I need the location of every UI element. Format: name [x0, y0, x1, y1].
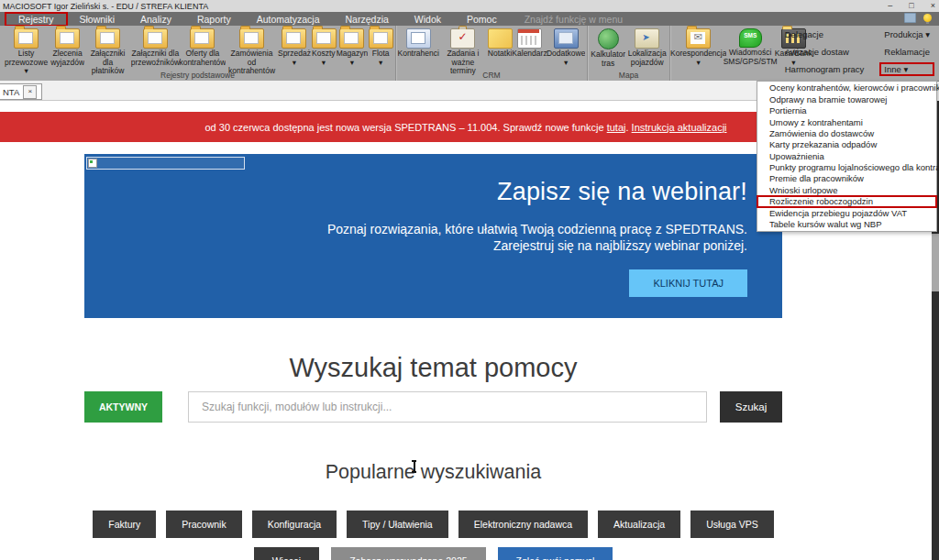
menu-item[interactable]: Rejestry [6, 13, 67, 26]
ribbon-item-label: Koszty ▾ [312, 49, 336, 67]
ribbon-item-label: Kalendarz [512, 49, 547, 59]
dropdown-menu-item[interactable]: Upoważnienia [757, 151, 936, 162]
popular-tag-button[interactable]: Usługa VPS [690, 511, 774, 538]
webinar-text-block: Zapisz się na webinar! Poznaj rozwiązani… [327, 178, 747, 297]
popular-extra-button[interactable]: Więcej [254, 547, 320, 560]
ribbon-item[interactable]: Kontrahenci [398, 27, 438, 59]
ribbon-item-label: Kontrahenci [397, 49, 438, 59]
ribbon-item[interactable]: Flota ▾ [368, 27, 393, 67]
ribbon-item[interactable]: Zamówienia od kontrahentów [226, 27, 278, 76]
ribbon-item[interactable]: Zadania i ważne terminy [438, 27, 487, 76]
popular-tag-button[interactable]: Konfiguracja [252, 511, 337, 538]
hint-bulb-icon[interactable] [923, 14, 932, 22]
dropdown-menu-item[interactable]: Tabele kursów walut wg NBP [757, 219, 936, 230]
ribbon-group-items: Listy przewozowe ▾ Zlecenia wyjazdów Zał… [0, 26, 395, 70]
calendar-icon [517, 28, 542, 49]
dropdown-menu-item[interactable]: Odprawy na bramie towarowej [757, 94, 936, 105]
ribbon-item-label: Oferty dla kontrahentów [179, 49, 226, 67]
popular-tags-row: Faktury Pracownik Konfiguracja Tipy / Uł… [84, 511, 782, 538]
dropdown-menu-item[interactable]: Premie dla pracowników [757, 173, 936, 184]
dropdown-menu-item[interactable]: Oceny kontrahentów, kierowców i pracowni… [757, 82, 936, 93]
ribbon-item[interactable]: Wiadomości SMS/GPS/STM [725, 27, 776, 66]
popular-tag-button[interactable]: Pracownik [166, 511, 241, 538]
popular-tag-button[interactable]: Aktualizacja [598, 511, 680, 538]
ribbon-item[interactable]: Listy przewozowe ▾ [2, 27, 50, 76]
costs-icon [312, 28, 337, 49]
contractors-icon [406, 28, 431, 49]
quick-links-col2: Produkcja ▾ Reklamacje Inne ▾ [880, 28, 933, 75]
ribbon-item[interactable]: Zlecenia wyjazdów [50, 27, 84, 67]
menu-bar: Rejestry Słowniki Analizy Raporty Automa… [0, 12, 939, 26]
ribbon-link-awizacje-dostaw[interactable]: Awizacje dostaw [781, 46, 868, 58]
help-search-input[interactable] [188, 391, 707, 423]
dropdown-menu-item[interactable]: Karty przekazania odpadów [757, 139, 936, 150]
ribbon-item[interactable]: Lokalizacja pojazdów [626, 27, 668, 67]
ribbon-group-label: CRM [396, 71, 587, 80]
app-window: MACIOSOFT Igor Zieliński s. - EDU / STRE… [0, 0, 939, 560]
broken-image-placeholder [86, 157, 245, 170]
popular-tag-button[interactable]: Elektroniczny nadawca [458, 511, 588, 538]
webinar-headline: Zapisz się na webinar! [327, 178, 747, 206]
notes-icon [488, 28, 513, 49]
popular-extra-button[interactable]: Zobacz wprowadzone 2025 [331, 547, 485, 560]
ribbon-item-label: Zlecenia wyjazdów [50, 49, 84, 67]
scrollbar-thumb[interactable] [932, 234, 939, 291]
ribbon-item[interactable]: Oferty dla kontrahentów [180, 27, 226, 67]
close-icon[interactable]: × [931, 0, 935, 12]
popular-extra-button[interactable]: Zgłoś swój pomysł [498, 547, 613, 560]
ribbon-group-items: Kalkulator tras Lokalizacja pojazdów [588, 26, 669, 70]
ribbon-link-harmonogram-pracy[interactable]: Harmonogram pracy [781, 63, 868, 75]
ribbon-link-produkcja[interactable]: Produkcja ▾ [880, 28, 933, 40]
ribbon-item[interactable]: Dodatkowe ▾ [547, 27, 585, 67]
ribbon-item[interactable]: Kalkulator tras [590, 27, 626, 68]
webinar-cta-button[interactable]: KLIKNIJ TUTAJ [629, 269, 747, 297]
menu-item[interactable]: Analizy [127, 13, 184, 26]
status-active-button[interactable]: AKTYWNY [84, 391, 162, 423]
ribbon-group-misc: Korespondencja ▾ Wiadomości SMS/GPS/STM … [670, 26, 939, 81]
dropdown-menu-item[interactable]: Ewidencja przebiegu pojazdów VAT [757, 208, 936, 219]
ribbon-item[interactable]: Korespondencja ▾ [672, 27, 725, 67]
dropdown-menu-item[interactable]: Umowy z kontrahentami [757, 117, 936, 128]
customer-orders-icon [239, 28, 264, 49]
ribbon-item[interactable]: Magazyn ▾ [337, 27, 369, 67]
ribbon-link-reklamacje[interactable]: Reklamacje [880, 46, 933, 58]
ribbon-item-label: Flota ▾ [372, 49, 390, 67]
restore-icon[interactable]: □ [909, 0, 913, 12]
ribbon-link-inne[interactable]: Inne ▾ [880, 63, 933, 75]
dropdown-menu-item[interactable]: Rozliczenie roboczogodzin [757, 196, 936, 207]
dropdown-menu-item[interactable]: Punkty programu lojalnościowego dla kont… [757, 162, 936, 173]
ribbon-link-delegacje[interactable]: Delegacje [781, 28, 868, 40]
ribbon-item[interactable]: Kalendarz [513, 27, 547, 59]
correspondence-icon [686, 28, 711, 49]
dropdown-menu-item[interactable]: Zamówienia do dostawców [757, 128, 936, 139]
popular-tag-button[interactable]: Tipy / Ułatwienia [347, 511, 448, 538]
ribbon-item[interactable]: Notatki [487, 27, 512, 59]
menu-item[interactable]: Automatyzacja [244, 13, 333, 26]
dropdown-menu-item[interactable]: Wnioski urlopowe [757, 185, 936, 196]
ribbon-item[interactable]: Załączniki dla płatników [84, 27, 131, 76]
menu-item[interactable]: Raporty [184, 13, 244, 26]
ribbon-item[interactable]: Załączniki dla przewoźników [131, 27, 180, 67]
route-calculator-icon [598, 28, 619, 49]
document-tab[interactable]: NTA × [0, 83, 42, 100]
ribbon-item[interactable]: Koszty ▾ [311, 27, 337, 67]
inne-dropdown-menu: Oceny kontrahentów, kierowców i pracowni… [757, 81, 937, 232]
menu-item[interactable]: Słowniki [67, 13, 128, 26]
minimize-icon[interactable]: – [888, 0, 892, 12]
search-submit-button[interactable]: Szukaj [720, 391, 782, 423]
menu-item[interactable]: Widok [402, 13, 454, 26]
quick-links-col1: Delegacje Awizacje dostaw Harmonogram pr… [781, 28, 868, 75]
help-search-heading: Wyszukaj temat pomocy [84, 353, 782, 383]
menu-search-hint[interactable]: Znajdź funkcję w menu [510, 14, 623, 25]
dropdown-menu-item[interactable]: Portiernia [757, 105, 936, 116]
menu-item[interactable]: Pomoc [454, 13, 510, 26]
panel-icon[interactable] [904, 13, 916, 23]
webinar-description: Poznaj rozwiązania, które ułatwią Twoją … [327, 221, 747, 254]
tab-close-icon[interactable]: × [23, 85, 37, 99]
title-bar: MACIOSOFT Igor Zieliński s. - EDU / STRE… [0, 0, 939, 12]
popular-tag-button[interactable]: Faktury [93, 511, 156, 538]
ribbon-item[interactable]: Sprzedaż ▾ [278, 27, 311, 67]
ribbon-item-label: Notatki [488, 49, 512, 59]
window-title: MACIOSOFT Igor Zieliński s. - EDU / STRE… [0, 2, 208, 11]
menu-item[interactable]: Narzędzia [333, 13, 402, 26]
